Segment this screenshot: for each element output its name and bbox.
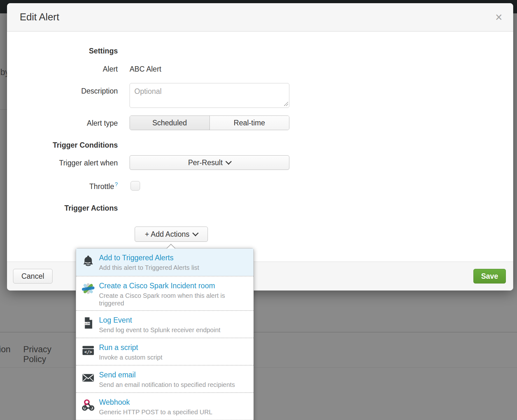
menu-item-description: Invoke a custom script bbox=[99, 354, 247, 361]
menu-item-title: Create a Cisco Spark Incident room bbox=[99, 281, 247, 290]
menu-item-send-email[interactable]: Send email Send an email notification to… bbox=[76, 365, 253, 392]
modal-title: Edit Alert bbox=[20, 3, 59, 31]
menu-item-description: Send log event to Splunk receiver endpoi… bbox=[99, 326, 247, 334]
menu-item-description: Create a Cisco Spark room when this aler… bbox=[99, 292, 247, 307]
menu-item-title: Log Event bbox=[99, 316, 247, 325]
trigger-when-dropdown[interactable]: Per-Result bbox=[130, 155, 289, 170]
log-event-icon: .LOG bbox=[81, 316, 95, 330]
description-field-wrap bbox=[130, 83, 289, 108]
alert-name-value: ABC Alert bbox=[130, 65, 161, 74]
trigger-conditions-heading: Trigger Conditions bbox=[13, 141, 118, 150]
alert-type-option-scheduled[interactable]: Scheduled bbox=[130, 116, 210, 130]
chevron-down-icon bbox=[225, 158, 232, 165]
edit-alert-modal: Edit Alert × Settings Alert ABC Alert De… bbox=[7, 3, 513, 290]
trigger-actions-heading: Trigger Actions bbox=[13, 204, 118, 213]
cancel-button[interactable]: Cancel bbox=[13, 269, 53, 284]
save-button[interactable]: Save bbox=[473, 269, 506, 284]
add-actions-button[interactable]: + Add Actions bbox=[135, 227, 208, 242]
background-divider bbox=[0, 109, 7, 110]
add-actions-label: + Add Actions bbox=[145, 230, 189, 238]
description-input[interactable] bbox=[130, 83, 289, 108]
webhook-icon bbox=[81, 398, 95, 412]
add-actions-menu: Add to Triggered Alerts Add this alert t… bbox=[76, 248, 254, 420]
menu-item-title: Send email bbox=[99, 370, 247, 379]
run-script-icon: </> bbox=[81, 344, 95, 357]
menu-item-title: Webhook bbox=[99, 398, 247, 407]
trigger-when-value: Per-Result bbox=[188, 158, 223, 167]
menu-item-log-event[interactable]: .LOG Log Event Send log event to Splunk … bbox=[76, 310, 253, 338]
menu-item-title: Add to Triggered Alerts bbox=[99, 253, 247, 262]
trigger-when-label: Trigger alert when bbox=[13, 159, 118, 167]
menu-item-description: Send an email notification to specified … bbox=[99, 381, 247, 388]
menu-item-description: Add this alert to Triggered Alerts list bbox=[99, 264, 247, 271]
svg-text:.LOG: .LOG bbox=[84, 322, 90, 325]
alert-type-option-realtime[interactable]: Real-time bbox=[210, 116, 289, 130]
alert-label: Alert bbox=[13, 65, 118, 74]
alert-type-segmented-control: Scheduled Real-time bbox=[130, 116, 289, 130]
alert-type-label: Alert type bbox=[13, 119, 118, 128]
modal-header: Edit Alert × bbox=[7, 3, 513, 32]
footer-link-privacy-policy[interactable]: Privacy Policy bbox=[23, 345, 52, 364]
menu-item-title: Run a script bbox=[99, 343, 247, 352]
chevron-down-icon bbox=[192, 230, 199, 236]
description-label: Description bbox=[13, 87, 118, 95]
menu-item-webhook[interactable]: Webhook Generic HTTP POST to a specified… bbox=[76, 392, 253, 420]
throttle-label-text: Throttle bbox=[89, 182, 114, 191]
menu-item-add-to-triggered-alerts[interactable]: Add to Triggered Alerts Add this alert t… bbox=[76, 248, 253, 276]
send-email-icon bbox=[81, 371, 95, 384]
close-icon[interactable]: × bbox=[495, 10, 502, 24]
svg-text:</>: </> bbox=[84, 350, 92, 355]
bell-icon bbox=[81, 254, 95, 267]
settings-heading: Settings bbox=[13, 47, 118, 55]
footer-link-documentation[interactable]: ion bbox=[0, 345, 11, 354]
menu-item-description: Generic HTTP POST to a specified URL bbox=[99, 408, 247, 416]
cisco-spark-icon bbox=[81, 282, 95, 295]
menu-item-run-script[interactable]: </> Run a script Invoke a custom script bbox=[76, 338, 253, 365]
menu-item-cisco-spark[interactable]: Create a Cisco Spark Incident room Creat… bbox=[76, 276, 253, 310]
help-icon[interactable]: ? bbox=[115, 181, 118, 187]
throttle-label: Throttle? bbox=[13, 181, 118, 191]
throttle-checkbox[interactable] bbox=[131, 181, 140, 191]
